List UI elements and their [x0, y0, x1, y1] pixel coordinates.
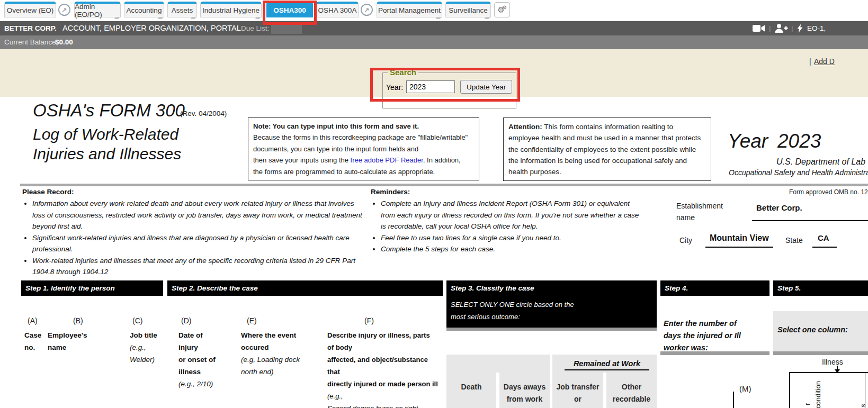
- please-record-list: Information about every work-related dea…: [23, 198, 368, 278]
- m-column-label: (M): [739, 384, 751, 393]
- header-example: (e.g., 2/10): [178, 378, 216, 390]
- note-heading: Note: You can type input into this form …: [253, 121, 474, 132]
- header-line: Case: [24, 329, 41, 341]
- dept-line1: U.S. Department of Lab: [776, 157, 865, 167]
- year-word: Year: [728, 130, 768, 152]
- section-divider: [20, 184, 868, 186]
- header-line: Job title: [130, 329, 157, 341]
- icon-separator: |: [791, 21, 793, 35]
- list-item: Information about every work-related dea…: [32, 198, 368, 232]
- establishment-name-underline: [752, 220, 868, 221]
- list-item: Complete the 5 steps for each case.: [381, 243, 642, 255]
- column-header-date: Date of injury or onset of illness (e.g.…: [178, 329, 216, 390]
- attention-body: This form contains information realting …: [508, 123, 701, 176]
- tab-accounting[interactable]: Accounting: [124, 2, 164, 17]
- header-line: no.: [24, 341, 41, 353]
- icon-separator: |: [769, 21, 771, 35]
- form-subtitle-line1: Log of Work-Related: [33, 125, 178, 143]
- note-line: then save your inputs using the free ado…: [253, 155, 474, 166]
- column-letter-d: (D): [181, 316, 191, 325]
- tab-overview[interactable]: Overview (EO): [4, 2, 56, 17]
- step4-title: Step 4.: [665, 284, 688, 292]
- tab-corner-fold: [158, 17, 164, 19]
- step3-title: Step 3. Classify the case: [451, 284, 534, 292]
- entity-code: EO-1,: [807, 21, 826, 35]
- illness-table-cell-border: [865, 372, 865, 408]
- step4-shadow: [660, 351, 769, 355]
- establishment-label-line2: name: [676, 213, 695, 222]
- lightning-icon[interactable]: [797, 24, 803, 34]
- app-window: Overview (EO) ↗ Admin (EO/PO) Accounting…: [0, 0, 868, 408]
- classify-line: or: [552, 393, 603, 405]
- column-letter-f: (F): [364, 316, 374, 325]
- step4-header: Step 4.: [660, 280, 769, 296]
- city-label: City: [679, 236, 692, 244]
- tab-label: Accounting: [127, 6, 162, 14]
- external-link-icon[interactable]: ↗: [361, 4, 373, 16]
- tab-label: OSHA 300A: [318, 6, 357, 14]
- annotation-highlight-osha300-tab: [263, 1, 317, 25]
- external-link-icon[interactable]: ↗: [58, 4, 70, 16]
- settings-button[interactable]: ⚙⚙: [494, 2, 510, 17]
- header-line: directly injured or made person ill: [327, 378, 438, 390]
- tab-assets[interactable]: Assets: [167, 2, 197, 17]
- tab-label: Industrial Hygiene: [202, 6, 259, 14]
- list-item: Work-related injuries and illnesses that…: [32, 255, 368, 278]
- column-header-where: Where the event occured (e.g, Loading do…: [241, 329, 300, 378]
- step3-note-line2: most serious outcome:: [451, 313, 520, 321]
- tab-industrial-hygiene[interactable]: Industrial Hygiene: [200, 2, 262, 17]
- header-example: (e.g, Loading dock: [241, 353, 300, 366]
- step1-header: Step 1. Identify the person: [21, 280, 163, 296]
- header-line: name: [48, 341, 87, 353]
- note-text: then save your inputs using the: [253, 156, 351, 164]
- column-header-employee-name: Employee's name: [48, 329, 87, 353]
- tab-corner-fold: [114, 17, 120, 19]
- tab-label: Overview (EO): [7, 6, 54, 14]
- attention-box: Attention: This form contains informatio…: [503, 117, 711, 181]
- step5-header: Step 5.: [773, 280, 868, 296]
- header-line: Describe injury or illness, parts: [327, 329, 438, 341]
- note-box: Note: You can type input into this form …: [248, 117, 479, 180]
- step2-header: Step 2. Describe the case: [167, 280, 443, 296]
- step5-instruction: Select one column:: [777, 324, 848, 336]
- tab-corner-fold: [485, 17, 490, 19]
- classify-column-other-recordable: Other recordable case: [606, 381, 657, 408]
- note-text: . In addition,: [423, 156, 461, 164]
- pdf-reader-link[interactable]: free adobe PDF Reader: [351, 156, 423, 164]
- tab-surveillance[interactable]: Surveillance: [445, 2, 491, 17]
- step4-instruction: Enter the number of days the injured or …: [664, 318, 741, 354]
- tab-label: Portal Management: [378, 6, 441, 14]
- illness-label: Illness: [822, 358, 843, 366]
- tab-osha300a[interactable]: OSHA 300A: [316, 2, 359, 17]
- add-link[interactable]: Add D: [814, 57, 835, 66]
- dept-line2: Occupational Safety and Health Administr…: [729, 168, 868, 177]
- module-tab-bar: Overview (EO) ↗ Admin (EO/PO) Accounting…: [0, 0, 868, 21]
- step3-header: Step 3. Classify the case SELECT ONLY ON…: [446, 280, 657, 328]
- step1-title: Step 1. Identify the person: [25, 284, 115, 292]
- step3-shadow: [446, 328, 657, 331]
- classify-line: restriction: [552, 405, 603, 408]
- header-line: affected, and object/substance: [327, 353, 438, 366]
- header-example: (e.g.,: [327, 390, 438, 402]
- classify-line: Days aways: [499, 381, 550, 393]
- tab-corner-fold: [255, 17, 261, 19]
- tab-label: Surveillance: [449, 6, 488, 14]
- please-record-heading: Please Record:: [22, 188, 74, 196]
- classify-column-job-transfer: Job transfer or restriction: [552, 381, 603, 408]
- due-list-dropdown[interactable]: [271, 23, 302, 34]
- tab-admin[interactable]: Admin (EO/PO): [74, 2, 121, 17]
- state-label: State: [785, 236, 803, 244]
- establishment-label-line1: Establishment: [676, 202, 723, 210]
- illness-table-top-border: [789, 372, 868, 373]
- header-line: illness: [178, 366, 216, 378]
- list-item: Complete an Injury and Illness Incident …: [381, 198, 642, 232]
- step2-title: Step 2. Describe the case: [172, 284, 258, 292]
- video-camera-icon[interactable]: [753, 24, 765, 34]
- header-line: Employee's: [48, 329, 87, 341]
- step5-title: Step 5.: [777, 284, 801, 292]
- tab-portal-management[interactable]: Portal Management: [377, 2, 442, 17]
- classify-line: Job transfer: [552, 381, 603, 393]
- link-divider: |: [809, 57, 811, 66]
- list-item: Significant work-related injuries and il…: [32, 232, 368, 255]
- person-add-icon[interactable]: [774, 24, 788, 34]
